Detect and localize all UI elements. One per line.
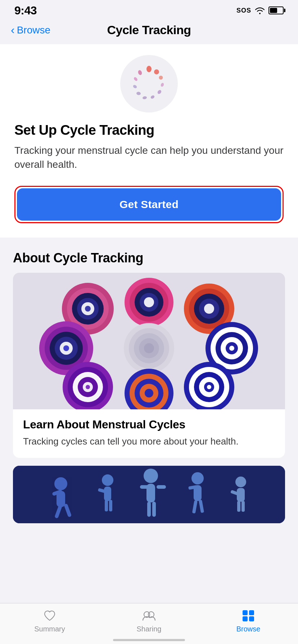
svg-rect-85 [237, 501, 240, 512]
page-title: Cycle Tracking [107, 23, 191, 37]
svg-rect-73 [140, 485, 149, 489]
back-chevron-icon: ‹ [11, 24, 15, 36]
svg-rect-70 [109, 500, 112, 511]
svg-rect-86 [241, 501, 245, 512]
svg-point-71 [144, 469, 158, 483]
people-illustration [13, 466, 285, 523]
svg-point-54 [145, 389, 153, 397]
svg-point-7 [136, 92, 141, 96]
about-title: About Cycle Tracking [13, 250, 285, 266]
get-started-button[interactable]: Get Started [17, 188, 281, 221]
hero-description: Tracking your menstrual cycle can help y… [14, 143, 284, 171]
cycle-tracking-icon [129, 64, 169, 104]
sharing-icon [141, 608, 157, 623]
svg-point-9 [133, 77, 138, 82]
svg-point-6 [142, 96, 147, 100]
svg-point-2 [159, 76, 163, 80]
svg-point-3 [160, 82, 164, 87]
about-section: About Cycle Tracking [0, 238, 298, 566]
svg-point-1 [154, 69, 159, 74]
svg-rect-92 [249, 616, 254, 621]
main-content: Set Up Cycle Tracking Tracking your mens… [0, 44, 298, 566]
svg-rect-74 [157, 485, 166, 489]
battery-icon [268, 6, 284, 14]
menstrual-cycles-card[interactable]: Learn About Menstrual Cycles Tracking cy… [13, 273, 285, 458]
status-time: 9:43 [14, 4, 37, 17]
svg-rect-83 [237, 488, 245, 502]
svg-point-49 [86, 385, 90, 389]
tab-sharing[interactable]: Sharing [99, 608, 199, 633]
svg-point-10 [137, 70, 143, 76]
svg-rect-65 [64, 503, 72, 518]
sos-indicator: SOS [236, 7, 251, 14]
svg-point-43 [229, 346, 234, 351]
svg-point-16 [85, 306, 91, 312]
svg-rect-81 [199, 500, 204, 513]
tab-sharing-label: Sharing [137, 625, 162, 633]
svg-rect-75 [147, 502, 151, 517]
svg-point-8 [132, 84, 137, 89]
nav-bar: ‹ Browse Cycle Tracking [0, 19, 298, 44]
tab-browse[interactable]: Browse [199, 608, 298, 633]
hero-section: Set Up Cycle Tracking Tracking your mens… [0, 44, 298, 238]
concentric-circles-artwork [13, 273, 285, 409]
svg-point-61 [54, 477, 67, 490]
svg-rect-91 [243, 616, 248, 621]
hero-icon-container [14, 55, 284, 112]
card2-partial-content [13, 466, 285, 523]
get-started-highlight: Get Started [14, 186, 284, 223]
svg-rect-90 [249, 610, 254, 615]
svg-point-26 [204, 304, 214, 314]
card-image-menstrual [13, 273, 285, 409]
svg-rect-69 [105, 500, 108, 511]
svg-rect-64 [54, 505, 62, 519]
tab-summary-label: Summary [34, 625, 65, 633]
svg-point-60 [207, 385, 211, 389]
svg-point-37 [144, 343, 154, 353]
card-text-area: Learn About Menstrual Cycles Tracking cy… [13, 409, 285, 458]
browse-icon [240, 608, 256, 623]
back-button[interactable]: ‹ Browse [11, 24, 50, 36]
card1-title: Learn About Menstrual Cycles [23, 418, 275, 431]
svg-point-82 [235, 477, 246, 487]
card2-partial[interactable] [13, 466, 285, 523]
svg-rect-76 [152, 502, 156, 517]
home-indicator [113, 639, 185, 641]
svg-point-5 [150, 95, 155, 99]
wifi-icon [255, 6, 265, 14]
status-bar: 9:43 SOS [0, 0, 298, 19]
status-icons: SOS [236, 6, 284, 14]
svg-rect-67 [104, 487, 111, 501]
hero-icon-circle [120, 55, 178, 112]
tab-summary[interactable]: Summary [0, 608, 99, 633]
tab-bar: Summary Sharing Browse [0, 603, 298, 644]
get-started-wrapper: Get Started [14, 182, 284, 227]
svg-point-77 [191, 472, 204, 484]
svg-point-4 [157, 89, 162, 95]
svg-point-66 [102, 474, 113, 486]
back-label: Browse [17, 24, 50, 36]
card1-description: Tracking cycles can tell you more about … [23, 435, 275, 448]
hero-title: Set Up Cycle Tracking [14, 123, 154, 138]
tab-browse-label: Browse [236, 625, 261, 633]
svg-rect-89 [243, 610, 248, 615]
svg-point-0 [146, 66, 152, 72]
svg-rect-80 [192, 500, 198, 514]
heart-icon [42, 608, 58, 623]
svg-point-32 [63, 345, 69, 351]
svg-point-21 [144, 297, 154, 307]
